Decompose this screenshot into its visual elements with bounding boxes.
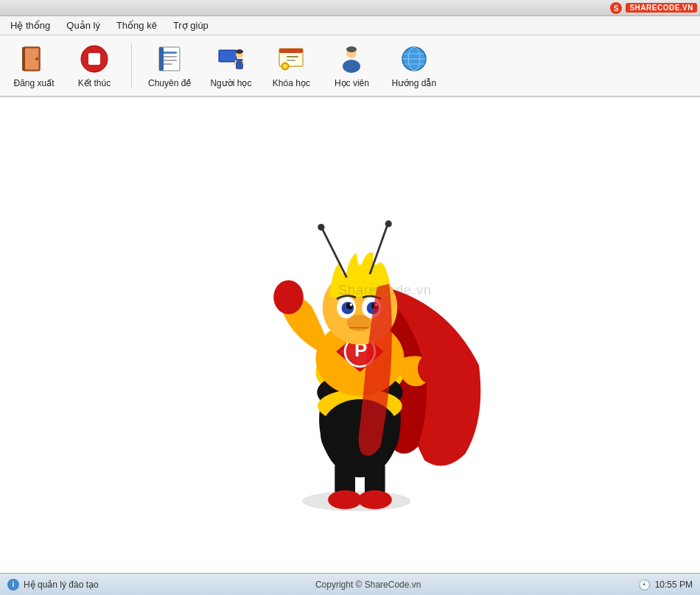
svg-point-29 [346, 46, 357, 52]
clock-icon: 🕙 [638, 579, 651, 591]
svg-point-59 [347, 315, 371, 331]
svg-line-47 [323, 229, 346, 277]
menu-quan-ly[interactable]: Quản lý [59, 18, 108, 33]
svg-point-48 [318, 224, 325, 230]
svg-rect-24 [287, 60, 295, 61]
hoc-vien-icon [335, 43, 368, 75]
info-icon: i [7, 579, 19, 591]
svg-point-26 [283, 64, 287, 68]
svg-point-62 [418, 353, 442, 384]
khoa-hoc-icon [275, 43, 307, 75]
huong-dan-icon [398, 43, 430, 75]
title-bar: S SHARECODE.VN [0, 0, 700, 16]
status-bar: i Hệ quản lý đào tạo Copyright © ShareCo… [0, 573, 700, 595]
svg-point-20 [236, 49, 243, 54]
status-right: 🕙 10:55 PM [638, 579, 693, 591]
btn-ket-thuc[interactable]: Kết thúc [68, 40, 121, 91]
svg-point-50 [385, 220, 392, 227]
svg-rect-13 [159, 47, 164, 71]
btn-nguoi-hoc[interactable]: Người học [204, 40, 257, 91]
svg-point-64 [328, 490, 362, 510]
status-time: 10:55 PM [655, 580, 693, 590]
svg-point-4 [35, 57, 38, 60]
btn-dang-xuat[interactable]: Đăng xuất [7, 40, 60, 91]
status-text: Hệ quản lý đào tạo [24, 580, 99, 590]
logo-icon: S [609, 1, 623, 15]
menu-tro-giup[interactable]: Trợ giúp [166, 18, 216, 33]
svg-rect-5 [22, 47, 25, 71]
main-content: ShareCode.vn P [0, 97, 700, 579]
btn-khoa-hoc[interactable]: Khóa học [265, 40, 318, 91]
khoa-hoc-label: Khóa học [273, 78, 310, 88]
nguoi-hoc-icon [214, 43, 247, 75]
svg-rect-22 [279, 49, 303, 53]
sharecode-logo: S SHARECODE.VN [609, 1, 697, 15]
btn-chuyen-de[interactable]: Chuyên đề [142, 40, 197, 91]
status-copyright: Copyright © ShareCode.vn [315, 580, 421, 590]
hoc-vien-label: Học viên [335, 78, 369, 88]
ket-thuc-label: Kết thúc [78, 78, 111, 88]
toolbar: Đăng xuất Kết thúc Chuyên đề [0, 35, 700, 97]
svg-rect-7 [88, 53, 100, 65]
nguoi-hoc-label: Người học [210, 78, 251, 88]
huong-dan-label: Hướng dẫn [391, 78, 436, 88]
svg-rect-17 [236, 59, 243, 69]
sharecode-badge: SHARECODE.VN [626, 3, 697, 13]
status-left: i Hệ quản lý đào tạo [7, 579, 99, 591]
menu-bar: Hệ thống Quản lý Thống kê Trợ giúp [0, 16, 700, 35]
svg-text:S: S [614, 4, 619, 13]
menu-thong-ke[interactable]: Thống kê [109, 18, 164, 33]
menu-he-thong[interactable]: Hệ thống [3, 18, 57, 33]
svg-point-28 [343, 60, 360, 73]
toolbar-separator-1 [131, 43, 132, 88]
svg-rect-23 [287, 56, 298, 57]
btn-hoc-vien[interactable]: Học viên [325, 40, 378, 91]
svg-rect-12 [162, 63, 172, 65]
svg-rect-9 [162, 52, 177, 54]
svg-point-61 [274, 281, 304, 314]
mascot-container: P [0, 97, 700, 579]
mascot-svg: P [214, 161, 486, 515]
svg-point-53 [346, 303, 353, 309]
dang-xuat-label: Đăng xuất [13, 78, 54, 88]
svg-rect-15 [220, 51, 236, 61]
chuyen-de-label: Chuyên đề [148, 78, 191, 88]
chuyen-de-icon [153, 43, 186, 75]
dang-xuat-icon [18, 43, 50, 75]
svg-point-66 [358, 490, 392, 510]
btn-huong-dan[interactable]: Hướng dẫn [385, 40, 442, 91]
svg-rect-11 [162, 60, 177, 61]
ket-thuc-icon [78, 43, 111, 75]
svg-rect-10 [162, 56, 177, 57]
svg-point-54 [350, 303, 353, 306]
